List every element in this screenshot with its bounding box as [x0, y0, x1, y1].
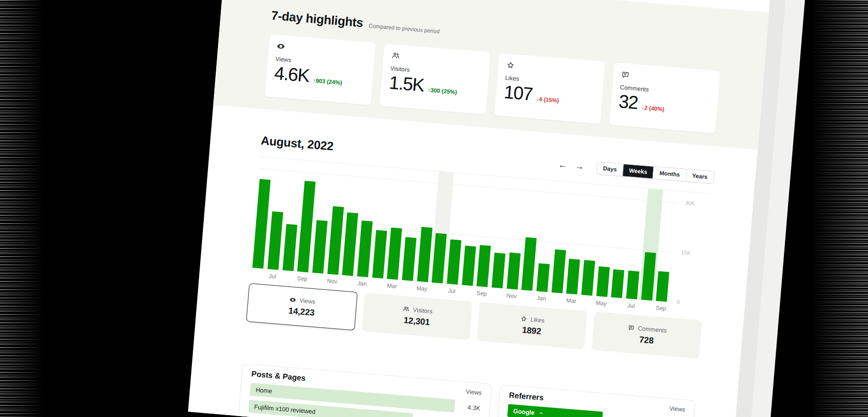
x-axis-slot: Jan	[354, 276, 370, 291]
chart-bar[interactable]	[626, 270, 639, 299]
tile-label: Likes	[530, 316, 544, 324]
tile-value: 12,301	[403, 315, 431, 327]
card-value: 107	[503, 82, 533, 104]
tab-days[interactable]: Days	[597, 162, 623, 176]
x-axis-slot: Mar	[563, 293, 579, 309]
x-axis-slot: Sep	[474, 286, 490, 301]
chart-bar[interactable]	[566, 259, 580, 294]
visitors-icon	[391, 51, 400, 60]
posts-pages-card: Posts & Pages Views Home4.3KFujifilm x10…	[235, 363, 492, 417]
comment-icon	[621, 70, 630, 79]
x-axis-slot	[638, 299, 654, 315]
summary-tile-likes[interactable]: Likes 1892	[476, 302, 587, 349]
x-axis-slot: Nov	[324, 274, 340, 289]
tile-label: Visitors	[413, 306, 432, 314]
x-axis-slot	[399, 280, 415, 295]
views-highlight-card: Views 4.6K ↑903 (24%)	[264, 34, 375, 105]
star-icon	[520, 315, 527, 322]
x-axis-slot: Sep	[294, 271, 310, 287]
tile-value: 728	[639, 334, 654, 345]
visitors-icon	[403, 305, 410, 313]
period-section: August, 2022 ← → Days Weeks Months Years…	[188, 105, 717, 417]
chart-bar[interactable]	[611, 269, 625, 298]
noise-edge-left	[0, 0, 55, 417]
prev-period-button[interactable]: ←	[556, 159, 569, 172]
chart-bar[interactable]	[507, 253, 521, 290]
summary-tile-visitors[interactable]: Visitors 12,301	[362, 293, 472, 340]
comment-icon	[627, 324, 635, 331]
card-value: 4.6K	[274, 63, 310, 86]
chart-bar[interactable]	[312, 220, 327, 274]
chart-bar[interactable]	[477, 245, 491, 287]
card-delta: ↑903 (24%)	[313, 77, 342, 86]
views-column-header: Views	[465, 388, 482, 396]
views-column-header: Views	[669, 405, 686, 413]
chart-bar[interactable]	[387, 227, 402, 280]
chart-bar[interactable]	[656, 271, 669, 302]
chart-bar[interactable]	[492, 253, 505, 288]
bottom-cards-row: Posts & Pages Views Home4.3KFujifilm x10…	[235, 363, 695, 417]
chart-bar[interactable]	[417, 227, 432, 282]
x-axis-slot: Mar	[384, 279, 400, 294]
tab-weeks[interactable]: Weeks	[622, 164, 654, 178]
chart-controls: ← → Days Weeks Months Years	[556, 158, 714, 184]
x-axis-slot: Jan	[533, 291, 549, 306]
x-axis-slot: Jul	[623, 299, 639, 314]
y-axis-tick-label: 0	[677, 299, 680, 305]
eye-icon	[289, 296, 297, 303]
summary-tile-comments[interactable]: Comments 728	[592, 311, 702, 359]
chart-bar[interactable]	[402, 237, 417, 281]
x-axis-slot: Jul	[444, 283, 460, 299]
highlights-subtitle: Compared to previous period	[368, 23, 440, 37]
chart-bar[interactable]	[581, 260, 595, 296]
x-axis-slot: Nov	[504, 288, 520, 304]
next-period-button[interactable]: →	[573, 160, 586, 173]
eye-icon	[276, 42, 286, 51]
highlights-title: 7-day highlights	[271, 8, 364, 31]
x-axis-slot	[279, 270, 295, 285]
chart-bar[interactable]	[537, 263, 550, 292]
chart-bar[interactable]	[432, 233, 447, 283]
chart-bar[interactable]	[551, 249, 566, 293]
tile-label: Comments	[638, 325, 667, 334]
tile-value: 1892	[522, 325, 542, 336]
x-axis-slot	[429, 282, 445, 298]
chart-bar[interactable]	[596, 266, 610, 297]
tile-label: Views	[299, 297, 316, 305]
chevron-up-icon[interactable]	[538, 410, 544, 416]
tab-months[interactable]: Months	[653, 167, 686, 181]
screenshot-scene: 7-day highlights Compared to previous pe…	[0, 0, 868, 417]
chart-bar[interactable]	[462, 246, 476, 286]
x-axis-slot	[578, 295, 594, 310]
x-axis-slot	[549, 292, 565, 307]
y-axis-tick-label: 30K	[685, 200, 695, 207]
noise-edge-right	[790, 0, 868, 417]
tab-years[interactable]: Years	[685, 169, 714, 184]
referrers-title: Referrers	[509, 390, 544, 403]
x-axis-slot	[488, 287, 504, 302]
summary-tile-views[interactable]: Views 14,223	[246, 283, 358, 331]
chart-bar[interactable]	[641, 252, 656, 301]
period-title: August, 2022	[260, 133, 334, 154]
star-icon	[506, 61, 515, 70]
card-value: 1.5K	[388, 72, 425, 95]
visitors-highlight-card: Visitors 1.5K ↑300 (25%)	[380, 44, 491, 115]
row-label: Google	[513, 407, 535, 416]
x-axis-slot	[459, 285, 475, 300]
x-axis-slot: Sep	[653, 301, 669, 316]
x-axis-slot	[518, 290, 534, 305]
row-label: Fujifilm x100 reviewed	[254, 403, 315, 415]
row-views-value: 4.3K	[459, 403, 481, 411]
stats-page: 7-day highlights Compared to previous pe…	[188, 0, 771, 417]
chart-bar[interactable]	[282, 224, 297, 271]
x-axis-slot: Jul	[264, 269, 280, 284]
card-delta: ↓4 (15%)	[536, 96, 559, 104]
interval-tabs: Days Weeks Months Years	[596, 162, 715, 184]
chart-bar[interactable]	[521, 237, 537, 291]
chart-bar[interactable]	[447, 239, 461, 285]
x-axis-slot: May	[593, 296, 609, 311]
referrers-card: Referrers Views Google6.2K	[493, 384, 696, 417]
x-axis-slot	[249, 268, 265, 283]
tile-value: 14,223	[288, 305, 315, 318]
chart-bar[interactable]	[372, 230, 387, 279]
